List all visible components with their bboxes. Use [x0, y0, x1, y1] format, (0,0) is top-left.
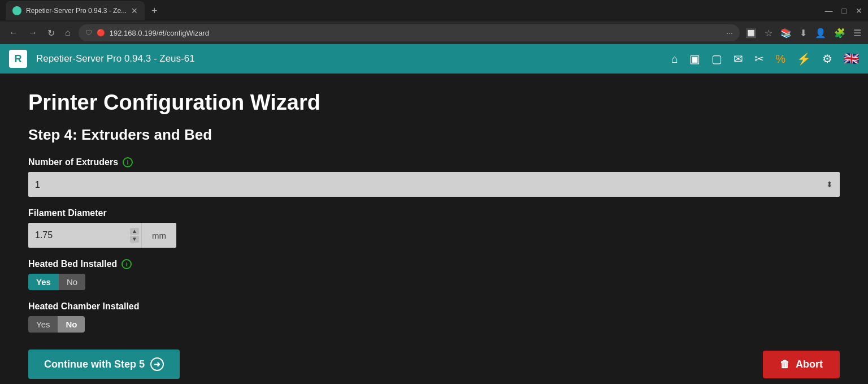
extensions-icon[interactable]: 🔲	[745, 28, 757, 38]
history-icon[interactable]: 📚	[780, 28, 792, 38]
page-title: Printer Configuration Wizard	[28, 90, 840, 115]
heated-chamber-group: Heated Chamber Installed Yes No	[28, 301, 840, 333]
tab-title: Repetier-Server Pro 0.94.3 - Ze...	[26, 7, 127, 15]
heated-bed-info-icon[interactable]: i	[121, 259, 132, 269]
abort-button-label: Abort	[796, 359, 823, 370]
shield-icon: 🛡	[85, 29, 92, 37]
heated-chamber-toggle: Yes No	[28, 316, 840, 333]
filament-row: ▲ ▼ mm	[28, 223, 840, 248]
filament-unit-label: mm	[141, 223, 176, 248]
close-window-button[interactable]: ✕	[856, 6, 862, 15]
forward-button[interactable]: →	[26, 25, 40, 40]
num-extruders-group: Number of Extruders i 1 2 3 4 ⬍	[28, 157, 840, 197]
language-flag-icon[interactable]: 🇬🇧	[844, 51, 859, 66]
logo-icon: R	[15, 53, 22, 65]
num-extruders-select[interactable]: 1 2 3 4	[28, 172, 840, 197]
abort-trash-icon: 🗑	[780, 359, 790, 370]
bookmark-icon[interactable]: ☆	[765, 28, 772, 38]
maximize-button[interactable]: □	[842, 6, 847, 15]
main-content: Printer Configuration Wizard Step 4: Ext…	[0, 74, 868, 384]
continue-button[interactable]: Continue with Step 5 ➜	[28, 350, 180, 379]
heated-chamber-yes-button[interactable]: Yes	[28, 316, 58, 333]
continue-arrow-icon: ➜	[150, 357, 164, 371]
app-header-icons: ⌂ ▣ ▢ ✉ ✂ % ⚡ ⚙ 🇬🇧	[671, 51, 859, 66]
address-more-icon[interactable]: ···	[726, 28, 733, 37]
menu-icon[interactable]: ☰	[853, 28, 861, 38]
display-nav-icon[interactable]: ▢	[711, 52, 722, 66]
percent-nav-icon[interactable]: %	[775, 53, 785, 66]
bolt-nav-icon[interactable]: ⚡	[797, 52, 811, 66]
browser-controls: ← → ↻ ⌂ 🛡 🔴 192.168.0.199/#!/configWizar…	[0, 21, 868, 44]
profile-icon[interactable]: 👤	[815, 28, 826, 38]
num-extruders-info-icon[interactable]: i	[123, 157, 133, 167]
home-button[interactable]: ⌂	[63, 25, 73, 40]
browser-tab-bar: Repetier-Server Pro 0.94.3 - Ze... ✕ + —…	[0, 0, 868, 21]
filament-diameter-group: Filament Diameter ▲ ▼ mm	[28, 208, 840, 248]
abort-button[interactable]: 🗑 Abort	[763, 351, 840, 378]
heated-bed-label: Heated Bed Installed i	[28, 259, 840, 269]
site-favicon: 🔴	[97, 29, 105, 37]
address-text: 192.168.0.199/#!/configWizard	[110, 29, 718, 37]
heated-chamber-label: Heated Chamber Installed	[28, 301, 840, 312]
refresh-button[interactable]: ↻	[45, 25, 57, 41]
continue-button-label: Continue with Step 5	[44, 359, 145, 370]
heated-bed-no-button[interactable]: No	[59, 274, 85, 290]
filament-diameter-input[interactable]	[28, 223, 141, 248]
back-button[interactable]: ←	[7, 25, 20, 40]
tab-favicon	[12, 6, 21, 15]
minimize-button[interactable]: —	[825, 6, 833, 15]
downloads-icon[interactable]: ⬇	[800, 28, 807, 38]
step-title: Step 4: Extruders and Bed	[28, 126, 840, 144]
num-extruders-select-wrapper: 1 2 3 4 ⬍	[28, 172, 840, 197]
filament-up-arrow[interactable]: ▲	[130, 228, 139, 235]
app-logo: R	[9, 50, 27, 68]
filament-arrows: ▲ ▼	[130, 228, 139, 243]
filament-diameter-label: Filament Diameter	[28, 208, 840, 218]
browser-right-icons: 🔲 ☆ 📚 ⬇ 👤 🧩 ☰	[745, 28, 861, 38]
heated-bed-group: Heated Bed Installed i Yes No	[28, 259, 840, 290]
heated-bed-toggle: Yes No	[28, 274, 840, 290]
mail-nav-icon[interactable]: ✉	[734, 52, 743, 66]
app-title: Repetier-Server Pro 0.94.3 - Zeus-61	[36, 53, 195, 64]
app-header: R Repetier-Server Pro 0.94.3 - Zeus-61 ⌂…	[0, 44, 868, 74]
heated-bed-yes-button[interactable]: Yes	[28, 274, 59, 290]
settings-nav-icon[interactable]: ⚙	[822, 52, 832, 66]
home-nav-icon[interactable]: ⌂	[671, 53, 678, 66]
filament-input-wrapper: ▲ ▼	[28, 223, 141, 248]
num-extruders-label: Number of Extruders i	[28, 157, 840, 167]
tab-close-icon[interactable]: ✕	[131, 6, 138, 15]
tools-nav-icon[interactable]: ✂	[754, 52, 764, 66]
new-tab-button[interactable]: +	[151, 5, 158, 17]
filament-down-arrow[interactable]: ▼	[130, 236, 139, 243]
puzzle-icon[interactable]: 🧩	[834, 28, 845, 38]
browser-tab[interactable]: Repetier-Server Pro 0.94.3 - Ze... ✕	[6, 1, 145, 20]
heated-chamber-no-button[interactable]: No	[58, 316, 85, 333]
bottom-bar: Continue with Step 5 ➜ 🗑 Abort	[28, 350, 840, 379]
address-bar[interactable]: 🛡 🔴 192.168.0.199/#!/configWizard ···	[79, 24, 740, 41]
monitor-nav-icon[interactable]: ▣	[689, 52, 700, 66]
